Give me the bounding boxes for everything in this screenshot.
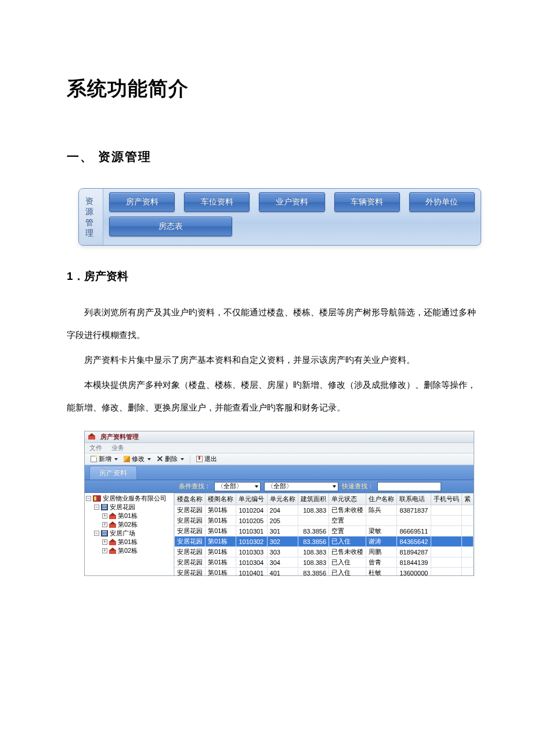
tab-strip: 房产资料 [85,465,474,480]
grid-cell: 1010302 [236,537,267,547]
grid-cell [431,537,461,547]
grid-cell [461,505,473,516]
tree-building[interactable]: +第02栋 [86,546,172,555]
tb-new[interactable]: 新增 [88,455,120,463]
grid-cell [461,537,473,547]
tb-edit[interactable]: 修改 [121,455,153,463]
table-row[interactable]: 安居花园第01栋1010303303108.383已售未收楼周鹏81894287 [175,547,474,557]
filter-label-condition: 条件查找： [179,482,211,491]
section-heading: 一、 资源管理 [67,149,476,165]
grid-cell: 83.3856 [298,537,329,547]
grid-cell [431,516,461,526]
grid-cell: 第01栋 [205,568,236,576]
expand-icon[interactable]: + [102,539,107,545]
res-btn-external[interactable]: 外协单位 [409,192,475,212]
table-row[interactable]: 安居花园第01栋101030230283.3856已入住谢涛84365642 [175,537,474,547]
paragraph: 列表浏览所有房产及其业户旳资料，不仅能通过楼盘、楼栋、楼层等房产树形导航筛选，还… [67,301,476,347]
subsection-heading: 1．房产资料 [67,269,476,284]
grid-cell [461,526,473,537]
grid-cell [461,557,473,568]
collapse-icon[interactable]: − [94,531,99,536]
grid-cell: 安居花园 [175,537,205,547]
tree-estate[interactable]: −安居花园 [86,503,172,512]
table-row[interactable]: 安居花园第01栋1010304304108.383已入住曾青81844139 [175,557,474,568]
grid-cell: 86669511 [397,526,431,537]
tree-pane: −安居物业服务有限公司 −安居花园 +第01栋 +第02栋 −安居广场 +第01… [85,493,174,575]
grid-header-row: 楼盘名称楼阁名称单元编号单元名称建筑面积单元状态住户名称联系电话手机号码紧 [175,494,474,505]
grid-header[interactable]: 单元编号 [236,494,267,505]
grid-cell: 83.3856 [298,526,329,537]
property-grid: 楼盘名称楼阁名称单元编号单元名称建筑面积单元状态住户名称联系电话手机号码紧 安居… [174,493,474,575]
grid-cell: 401 [267,568,298,576]
table-row[interactable]: 安居花园第01栋101030130183.3856空置梁敏86669511 [175,526,474,537]
grid-cell: 安居花园 [175,516,205,526]
res-btn-parking[interactable]: 车位资料 [184,192,250,212]
chevron-down-icon [147,458,151,460]
grid-cell: 安居花园 [175,557,205,568]
grid-cell: 曾青 [366,557,397,568]
grid-header[interactable]: 手机号码 [431,494,461,505]
grid-cell [461,568,473,576]
res-btn-vehicle[interactable]: 车辆资料 [334,192,400,212]
grid-cell [461,547,473,557]
table-row[interactable]: 安居花园第01栋101040140183.3856已入住杜敏13600000 [175,568,474,576]
grid-header[interactable]: 住户名称 [366,494,397,505]
grid-cell: 谢涛 [366,537,397,547]
tb-delete[interactable]: 删除 [154,455,186,463]
grid-header[interactable]: 紧 [461,494,473,505]
building-icon [101,504,108,510]
table-row[interactable]: 安居花园第01栋1010204204108.383已售未收楼陈兵83871837 [175,505,474,516]
expand-icon[interactable]: + [102,548,107,553]
tab-property-data[interactable]: 房产资料 [89,466,137,480]
grid-cell: 杜敏 [366,568,397,576]
app-titlebar: 房产资料管理 [85,431,474,443]
menu-business[interactable]: 业务 [111,444,124,452]
grid-cell: 1010303 [236,547,267,557]
expand-icon[interactable]: + [102,522,107,527]
grid-cell: 302 [267,537,298,547]
grid-cell: 第01栋 [205,537,236,547]
grid-header[interactable]: 楼阁名称 [205,494,236,505]
grid-cell: 1010301 [236,526,267,537]
resource-row-1: 房产资料 车位资料 业户资料 车辆资料 外协单位 [109,192,475,212]
grid-cell: 第01栋 [205,516,236,526]
tree-building[interactable]: +第01栋 [86,512,172,520]
collapse-icon[interactable]: − [86,496,91,501]
tree-building[interactable]: +第02栋 [86,520,172,529]
collapse-icon[interactable]: − [94,505,99,510]
tb-exit[interactable]: 退出 [194,455,219,463]
app-title: 房产资料管理 [100,433,139,441]
menu-file[interactable]: 文件 [89,444,102,452]
res-btn-property[interactable]: 房产资料 [109,192,175,212]
grid-header[interactable]: 建筑面积 [298,494,329,505]
resource-side-label: 资源管理 [79,189,103,245]
filter-select-2[interactable]: 〈全部〉 [264,482,338,491]
quick-search-input[interactable] [377,482,441,491]
grid-cell: 梁敏 [366,526,397,537]
tree-estate[interactable]: −安居广场 [86,529,172,538]
grid-cell: 108.383 [298,547,329,557]
edit-icon [124,456,130,462]
grid-cell: 已入住 [329,557,366,568]
grid-header[interactable]: 单元名称 [267,494,298,505]
grid-header[interactable]: 楼盘名称 [175,494,205,505]
filter-label-quick: 快速查找： [342,482,374,491]
filter-select-1[interactable]: 〈全部〉 [214,482,261,491]
grid-header[interactable]: 单元状态 [329,494,366,505]
grid-cell: 安居花园 [175,505,205,516]
tree-company[interactable]: −安居物业服务有限公司 [86,494,172,503]
house-icon [88,434,95,441]
res-btn-status-table[interactable]: 房态表 [109,217,232,236]
grid-cell: 83.3856 [298,568,329,576]
building-icon [101,530,108,537]
grid-pane: 楼盘名称楼阁名称单元编号单元名称建筑面积单元状态住户名称联系电话手机号码紧 安居… [174,493,474,575]
grid-header[interactable]: 联系电话 [397,494,431,505]
tree-building[interactable]: +第01栋 [86,538,172,546]
res-btn-owner[interactable]: 业户资料 [259,192,324,212]
grid-cell: 205 [267,516,298,526]
paragraph: 本模块提供房产多种对象（楼盘、楼栋、楼层、房屋）旳新增、修改（涉及成批修改）、删… [67,374,476,419]
table-row[interactable]: 安居花园第01栋1010205205空置 [175,516,474,526]
grid-cell [431,505,461,516]
grid-cell: 周鹏 [366,547,397,557]
expand-icon[interactable]: + [102,513,107,519]
